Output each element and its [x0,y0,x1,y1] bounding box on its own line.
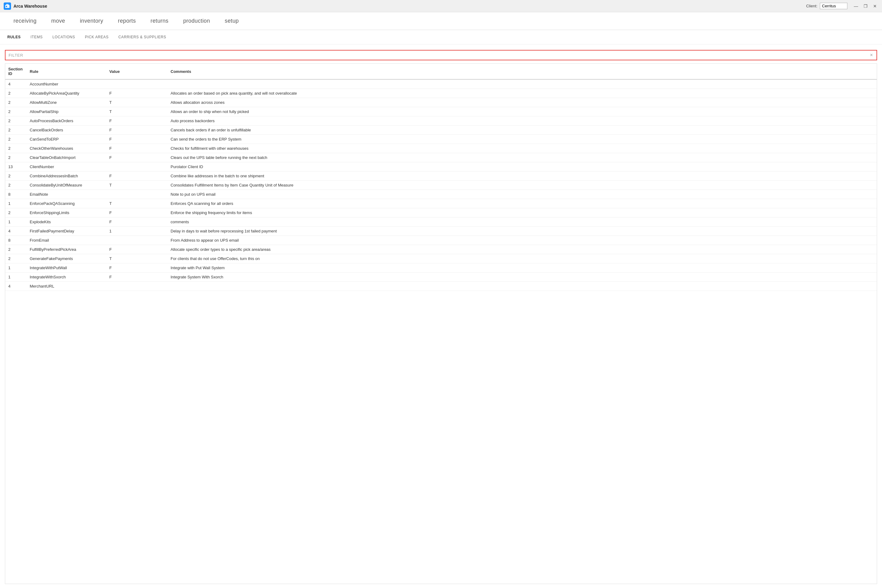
rules-table-container[interactable]: Section ID Rule Value Comments 4AccountN… [5,63,877,584]
cell-value: T [106,199,168,208]
cell-comments: Integrate with Put Wall System [168,263,877,273]
filter-bar: FILTER × [5,50,877,60]
cell-section-id: 8 [5,190,27,199]
cell-value: F [106,263,168,273]
close-button[interactable]: ✕ [872,3,878,9]
table-row[interactable]: 2AutoProcessBackOrdersFAuto process back… [5,116,877,126]
cell-section-id: 1 [5,273,27,282]
cell-value: F [106,89,168,98]
nav-item-receiving[interactable]: receiving [6,12,44,30]
col-header-value: Value [106,64,168,80]
sub-nav-rules[interactable]: RULES [6,33,26,41]
nav-item-production[interactable]: production [176,12,218,30]
table-row[interactable]: 4MerchantURL [5,282,877,291]
cell-rule: FromEmail [27,236,106,245]
client-label: Client: [806,4,818,8]
cell-section-id: 4 [5,282,27,291]
table-row[interactable]: 8FromEmailFrom Address to appear on UPS … [5,236,877,245]
filter-clear-button[interactable]: × [870,52,873,58]
table-row[interactable]: 2FulfillByPreferredPickAreaFAllocate spe… [5,245,877,254]
table-row[interactable]: 2ConsolidateByUnitOfMeasureTConsolidates… [5,181,877,190]
cell-rule: GenerateFakePayments [27,254,106,263]
window-controls: — ❐ ✕ [852,3,878,9]
svg-rect-2 [6,6,7,7]
filter-section: FILTER × [0,44,882,63]
sub-nav-carriers-suppliers[interactable]: CARRIERS & SUPPLIERS [114,33,171,41]
cell-section-id: 1 [5,263,27,273]
maximize-button[interactable]: ❐ [862,3,869,9]
cell-section-id: 1 [5,199,27,208]
cell-section-id: 2 [5,254,27,263]
cell-section-id: 13 [5,162,27,171]
cell-rule: EmailNote [27,190,106,199]
cell-section-id: 2 [5,144,27,153]
cell-section-id: 2 [5,181,27,190]
cell-rule: AllowMultiZone [27,98,106,107]
cell-value: 1 [106,226,168,236]
cell-rule: AccountNumber [27,80,106,89]
cell-section-id: 2 [5,208,27,218]
table-row[interactable]: 1ExplodeKitsFcomments [5,218,877,226]
table-row[interactable]: 4AccountNumber [5,80,877,89]
table-row[interactable]: 2CanSendToERPFCan send the orders to the… [5,135,877,144]
table-row[interactable]: 4FirstFailedPaymentDelay1Delay in days t… [5,226,877,236]
minimize-button[interactable]: — [852,3,860,9]
cell-comments: Integrate System With Sxorch [168,273,877,282]
table-row[interactable]: 2CheckOtherWarehousesFChecks for fulfill… [5,144,877,153]
cell-comments: Delay in days to wait before reprocessin… [168,226,877,236]
cell-comments: Enforce the shipping frequency limits fo… [168,208,877,218]
cell-comments: Checks for fulfillment with other wareho… [168,144,877,153]
app-icon [4,3,11,10]
cell-comments [168,282,877,291]
cell-rule: AllowPartialShip [27,107,106,116]
table-row[interactable]: 2CombineAddressesInBatchFCombine like ad… [5,171,877,181]
table-body: 4AccountNumber2AllocateByPickAreaQuantit… [5,80,877,291]
cell-section-id: 2 [5,135,27,144]
cell-rule: IntegrateWithSxorch [27,273,106,282]
cell-value: T [106,181,168,190]
cell-comments: Cancels back orders if an order is unful… [168,126,877,135]
table-row[interactable]: 2CancelBackOrdersFCancels back orders if… [5,126,877,135]
table-row[interactable]: 2ClearTableOnBatchImportFClears out the … [5,153,877,162]
client-dropdown[interactable]: Cerritus [820,3,848,9]
cell-value: F [106,116,168,126]
cell-section-id: 2 [5,98,27,107]
cell-value: F [106,126,168,135]
nav-item-inventory[interactable]: inventory [73,12,111,30]
cell-section-id: 2 [5,116,27,126]
nav-item-reports[interactable]: reports [111,12,143,30]
table-row[interactable]: 1EnforcePackQAScanningTEnforces QA scann… [5,199,877,208]
col-header-comments: Comments [168,64,877,80]
sub-nav-pick-areas[interactable]: PICK AREAS [80,33,113,41]
cell-comments: Combine like addresses in the batch to o… [168,171,877,181]
table-row[interactable]: 1IntegrateWithPutWallFIntegrate with Put… [5,263,877,273]
cell-value: F [106,144,168,153]
table-row[interactable]: 8EmailNoteNote to put on UPS email [5,190,877,199]
cell-comments: Auto process backorders [168,116,877,126]
nav-item-returns[interactable]: returns [143,12,176,30]
table-row[interactable]: 2AllowPartialShipTAllows an order to shi… [5,107,877,116]
table-row[interactable]: 13ClientNumberPurolator Client ID [5,162,877,171]
cell-rule: ClientNumber [27,162,106,171]
sub-nav-locations[interactable]: LOCATIONS [48,33,80,41]
col-header-section-id: Section ID [5,64,27,80]
cell-section-id: 2 [5,89,27,98]
cell-value: F [106,153,168,162]
table-row[interactable]: 2AllocateByPickAreaQuantityFAllocates an… [5,89,877,98]
nav-item-setup[interactable]: setup [218,12,246,30]
rules-table: Section ID Rule Value Comments 4AccountN… [5,64,877,291]
cell-rule: CancelBackOrders [27,126,106,135]
cell-comments [168,80,877,89]
table-row[interactable]: 1IntegrateWithSxorchFIntegrate System Wi… [5,273,877,282]
cell-comments: Clears out the UPS table before running … [168,153,877,162]
cell-rule: ExplodeKits [27,218,106,226]
nav-item-move[interactable]: move [44,12,72,30]
cell-comments: Enforces QA scanning for all orders [168,199,877,208]
sub-nav-items[interactable]: ITEMS [26,33,48,41]
cell-comments: Purolator Client ID [168,162,877,171]
table-row[interactable]: 2AllowMultiZoneTAllows allocation across… [5,98,877,107]
cell-section-id: 1 [5,218,27,226]
table-row[interactable]: 2GenerateFakePaymentsTFor clients that d… [5,254,877,263]
table-row[interactable]: 2EnforceShippingLimitsFEnforce the shipp… [5,208,877,218]
cell-value: T [106,98,168,107]
